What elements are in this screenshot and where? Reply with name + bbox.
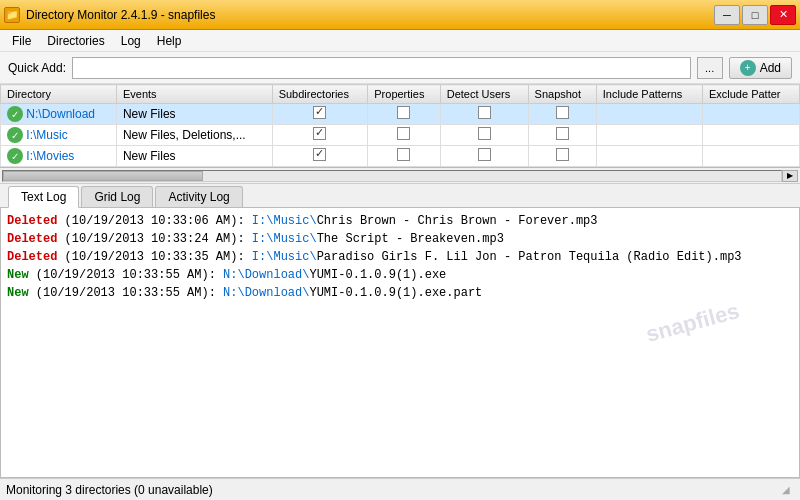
checkbox-subdirectories[interactable] bbox=[313, 148, 326, 161]
checkbox-subdirectories[interactable] bbox=[313, 106, 326, 119]
checkbox-properties[interactable] bbox=[397, 148, 410, 161]
hscroll-right-button[interactable]: ▶ bbox=[782, 170, 798, 182]
log-entry: New (10/19/2013 10:33:55 AM): N:\Downloa… bbox=[7, 284, 793, 302]
window-title: Directory Monitor 2.4.1.9 - snapfiles bbox=[26, 8, 215, 22]
checkbox-properties[interactable] bbox=[397, 127, 410, 140]
tab-activity-log[interactable]: Activity Log bbox=[155, 186, 242, 207]
directory-link[interactable]: N:\Download bbox=[23, 107, 95, 121]
titlebar-left: 📁 Directory Monitor 2.4.1.9 - snapfiles bbox=[4, 7, 215, 23]
menubar: FileDirectoriesLogHelp bbox=[0, 30, 800, 52]
col-snapshot: Snapshot bbox=[528, 85, 596, 104]
maximize-button[interactable]: □ bbox=[742, 5, 768, 25]
quickadd-label: Quick Add: bbox=[8, 61, 66, 75]
quickadd-bar: Quick Add: ... + Add bbox=[0, 52, 800, 84]
col-events: Events bbox=[116, 85, 272, 104]
table-container: Directory Events Subdirectories Properti… bbox=[0, 84, 800, 168]
log-type: Deleted bbox=[7, 232, 57, 246]
cell-snapshot bbox=[528, 146, 596, 167]
cell-exclude-patterns bbox=[702, 104, 799, 125]
quickadd-browse-button[interactable]: ... bbox=[697, 57, 723, 79]
cell-events: New Files bbox=[116, 104, 272, 125]
cell-include-patterns bbox=[596, 146, 702, 167]
log-entry: Deleted (10/19/2013 10:33:35 AM): I:\Mus… bbox=[7, 248, 793, 266]
col-exclude-patterns: Exclude Patter bbox=[702, 85, 799, 104]
cell-directory: ✓ I:\Music bbox=[1, 125, 117, 146]
checkbox-detect-users[interactable] bbox=[478, 127, 491, 140]
status-icon: ✓ bbox=[7, 106, 23, 122]
checkbox-snapshot[interactable] bbox=[556, 148, 569, 161]
menu-item-help[interactable]: Help bbox=[149, 32, 190, 50]
main-content: Directory Events Subdirectories Properti… bbox=[0, 84, 800, 478]
log-path[interactable]: I:\Music\ bbox=[252, 250, 317, 264]
tab-grid-log[interactable]: Grid Log bbox=[81, 186, 153, 207]
log-filename: The Script - Breakeven.mp3 bbox=[317, 232, 504, 246]
titlebar-controls: ─ □ ✕ bbox=[714, 5, 796, 25]
cell-properties bbox=[368, 125, 440, 146]
table-row[interactable]: ✓ I:\MoviesNew Files bbox=[1, 146, 800, 167]
cell-include-patterns bbox=[596, 125, 702, 146]
menu-item-file[interactable]: File bbox=[4, 32, 39, 50]
log-datetime: (10/19/2013 10:33:24 AM): bbox=[57, 232, 251, 246]
app-icon: 📁 bbox=[4, 7, 20, 23]
cell-exclude-patterns bbox=[702, 125, 799, 146]
add-icon: + bbox=[740, 60, 756, 76]
log-filename: Chris Brown - Chris Brown - Forever.mp3 bbox=[317, 214, 598, 228]
log-filename: YUMI-0.1.0.9(1).exe bbox=[309, 268, 446, 282]
table-header-row: Directory Events Subdirectories Properti… bbox=[1, 85, 800, 104]
log-path[interactable]: I:\Music\ bbox=[252, 232, 317, 246]
cell-subdirectories bbox=[272, 146, 368, 167]
hscroll-track[interactable] bbox=[2, 170, 782, 182]
minimize-button[interactable]: ─ bbox=[714, 5, 740, 25]
cell-properties bbox=[368, 146, 440, 167]
cell-directory: ✓ I:\Movies bbox=[1, 146, 117, 167]
log-path[interactable]: I:\Music\ bbox=[252, 214, 317, 228]
cell-snapshot bbox=[528, 104, 596, 125]
checkbox-snapshot[interactable] bbox=[556, 127, 569, 140]
cell-directory: ✓ N:\Download bbox=[1, 104, 117, 125]
checkbox-detect-users[interactable] bbox=[478, 148, 491, 161]
checkbox-subdirectories[interactable] bbox=[313, 127, 326, 140]
cell-detect-users bbox=[440, 146, 528, 167]
log-datetime: (10/19/2013 10:33:06 AM): bbox=[57, 214, 251, 228]
close-button[interactable]: ✕ bbox=[770, 5, 796, 25]
cell-include-patterns bbox=[596, 104, 702, 125]
menu-item-directories[interactable]: Directories bbox=[39, 32, 112, 50]
log-entry: Deleted (10/19/2013 10:33:06 AM): I:\Mus… bbox=[7, 212, 793, 230]
col-directory: Directory bbox=[1, 85, 117, 104]
cell-detect-users bbox=[440, 125, 528, 146]
col-detect-users: Detect Users bbox=[440, 85, 528, 104]
status-icon: ✓ bbox=[7, 148, 23, 164]
quickadd-input[interactable] bbox=[72, 57, 691, 79]
tab-text-log[interactable]: Text Log bbox=[8, 186, 79, 208]
directory-link[interactable]: I:\Movies bbox=[23, 149, 74, 163]
menu-item-log[interactable]: Log bbox=[113, 32, 149, 50]
checkbox-snapshot[interactable] bbox=[556, 106, 569, 119]
table-row[interactable]: ✓ N:\DownloadNew Files bbox=[1, 104, 800, 125]
log-path[interactable]: N:\Download\ bbox=[223, 268, 309, 282]
hscroll-area[interactable]: ▶ bbox=[0, 168, 800, 184]
log-datetime: (10/19/2013 10:33:55 AM): bbox=[29, 286, 223, 300]
log-datetime: (10/19/2013 10:33:55 AM): bbox=[29, 268, 223, 282]
cell-subdirectories bbox=[272, 125, 368, 146]
log-area: Deleted (10/19/2013 10:33:06 AM): I:\Mus… bbox=[0, 208, 800, 478]
titlebar: 📁 Directory Monitor 2.4.1.9 - snapfiles … bbox=[0, 0, 800, 30]
col-include-patterns: Include Patterns bbox=[596, 85, 702, 104]
cell-properties bbox=[368, 104, 440, 125]
checkbox-properties[interactable] bbox=[397, 106, 410, 119]
checkbox-detect-users[interactable] bbox=[478, 106, 491, 119]
cell-events: New Files bbox=[116, 146, 272, 167]
col-properties: Properties bbox=[368, 85, 440, 104]
table-body: ✓ N:\DownloadNew Files✓ I:\MusicNew File… bbox=[1, 104, 800, 167]
col-subdirectories: Subdirectories bbox=[272, 85, 368, 104]
quickadd-add-button[interactable]: + Add bbox=[729, 57, 792, 79]
table-row[interactable]: ✓ I:\MusicNew Files, Deletions,... bbox=[1, 125, 800, 146]
status-icon: ✓ bbox=[7, 127, 23, 143]
log-type: Deleted bbox=[7, 250, 57, 264]
log-path[interactable]: N:\Download\ bbox=[223, 286, 309, 300]
directory-link[interactable]: I:\Music bbox=[23, 128, 68, 142]
log-type: New bbox=[7, 286, 29, 300]
statusbar-grip: ◢ bbox=[782, 484, 794, 496]
hscroll-thumb[interactable] bbox=[3, 171, 203, 181]
cell-subdirectories bbox=[272, 104, 368, 125]
cell-detect-users bbox=[440, 104, 528, 125]
